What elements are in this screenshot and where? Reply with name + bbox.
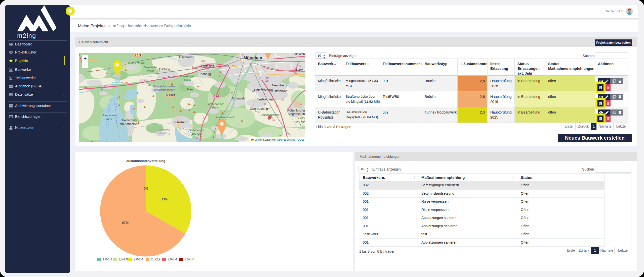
svg-text:94: 94 bbox=[264, 103, 266, 105]
svg-text:Landkreis: Landkreis bbox=[158, 128, 170, 131]
svg-text:2: 2 bbox=[220, 78, 222, 81]
svg-text:B 471: B 471 bbox=[135, 53, 141, 56]
svg-text:38: 38 bbox=[227, 65, 229, 67]
svg-text:Wald: Wald bbox=[147, 69, 154, 72]
svg-text:Ottobrunn: Ottobrunn bbox=[273, 89, 288, 93]
svg-text:Isarlandschaft: Isarlandschaft bbox=[216, 116, 234, 119]
svg-text:2: 2 bbox=[249, 63, 251, 65]
svg-text:Sonderflughafen: Sonderflughafen bbox=[153, 85, 175, 88]
svg-text:Planegg: Planegg bbox=[200, 72, 211, 76]
svg-text:A 95: A 95 bbox=[214, 95, 219, 98]
svg-text:37: 37 bbox=[219, 66, 222, 68]
svg-text:Feldkirche: Feldkirche bbox=[293, 53, 305, 56]
svg-text:See Ost: See Ost bbox=[191, 132, 202, 135]
svg-text:Park: Park bbox=[212, 106, 218, 109]
svg-text:Siegertsbrunn: Siegertsbrunn bbox=[288, 112, 305, 116]
svg-text:Höhenkirchen-: Höhenkirchen- bbox=[287, 109, 305, 112]
svg-text:Höfol: Höfol bbox=[298, 117, 305, 120]
svg-text:Starnberger: Starnberger bbox=[189, 129, 205, 132]
svg-text:6: 6 bbox=[243, 53, 244, 53]
svg-text:91: 91 bbox=[262, 66, 265, 68]
svg-text:Starnberg: Starnberg bbox=[158, 132, 171, 135]
svg-text:3: 3 bbox=[219, 71, 221, 73]
svg-text:Herrsching: Herrsching bbox=[122, 119, 137, 122]
svg-text:Oberhaching: Oberhaching bbox=[250, 107, 268, 110]
svg-text:Germering: Germering bbox=[179, 55, 194, 59]
svg-text:Kreuzlinger: Kreuzlinger bbox=[180, 75, 194, 78]
svg-text:Fo: Fo bbox=[300, 124, 303, 127]
svg-text:Obere Amper: Obere Amper bbox=[128, 61, 146, 64]
svg-text:95: 95 bbox=[268, 107, 271, 110]
svg-text:Deisenhofener: Deisenhofener bbox=[261, 113, 280, 116]
svg-text:38: 38 bbox=[231, 64, 234, 67]
svg-text:32: 32 bbox=[163, 77, 165, 79]
svg-text:Haar: Haar bbox=[296, 68, 303, 72]
svg-text:96: 96 bbox=[279, 134, 282, 137]
svg-text:31: 31 bbox=[144, 79, 146, 82]
svg-text:✈: ✈ bbox=[163, 80, 166, 84]
svg-text:92b: 92b bbox=[265, 77, 269, 79]
svg-text:Unterhaching: Unterhaching bbox=[254, 88, 273, 92]
svg-text:Gräfelfing: Gräfelfing bbox=[201, 64, 214, 68]
svg-text:28: 28 bbox=[84, 86, 87, 88]
svg-text:Forst: Forst bbox=[184, 78, 191, 81]
svg-text:6: 6 bbox=[258, 111, 259, 113]
svg-text:37: 37 bbox=[223, 65, 226, 68]
svg-text:Starnberg: Starnberg bbox=[174, 121, 187, 124]
svg-text:3: 3 bbox=[218, 75, 220, 77]
svg-text:35: 35 bbox=[190, 68, 193, 71]
svg-text:92a: 92a bbox=[262, 70, 265, 73]
svg-text:3: 3 bbox=[264, 93, 265, 95]
svg-text:Leaflet | Daten von OpenStreet: Leaflet | Daten von OpenStreetMap - ODbL bbox=[255, 138, 304, 141]
svg-text:30: 30 bbox=[120, 81, 123, 84]
svg-text:34: 34 bbox=[192, 66, 194, 68]
svg-text:Ammersee-: Ammersee- bbox=[102, 114, 117, 117]
svg-text:und Höhe: und Höhe bbox=[295, 120, 305, 123]
svg-text:München: München bbox=[244, 56, 262, 60]
svg-text:am Ammersee: am Ammersee bbox=[119, 122, 139, 126]
svg-text:33: 33 bbox=[168, 76, 170, 78]
svg-text:Neubiberg: Neubiberg bbox=[272, 84, 287, 87]
svg-text:Gilching: Gilching bbox=[159, 68, 170, 71]
svg-text:4: 4 bbox=[203, 117, 204, 119]
svg-text:Gau: Gau bbox=[187, 88, 193, 91]
svg-text:36a: 36a bbox=[201, 60, 205, 62]
svg-text:Forstenrieder: Forstenrieder bbox=[207, 102, 224, 105]
svg-text:St 2069: St 2069 bbox=[166, 94, 175, 96]
svg-text:Forst: Forst bbox=[267, 117, 273, 120]
svg-text:33: 33 bbox=[172, 76, 175, 78]
svg-text:Oberpfaffenhofen: Oberpfaffenhofen bbox=[153, 88, 175, 91]
svg-text:Taufkirchen: Taufkirchen bbox=[257, 98, 273, 101]
svg-text:29: 29 bbox=[104, 85, 107, 87]
svg-text:19: 19 bbox=[299, 65, 301, 68]
svg-text:21: 21 bbox=[276, 104, 279, 107]
svg-text:West: West bbox=[106, 118, 112, 121]
svg-text:1: 1 bbox=[202, 114, 203, 117]
svg-text:Bernrieder: Bernrieder bbox=[144, 66, 157, 69]
svg-text:20: 20 bbox=[281, 98, 284, 101]
svg-text:92b: 92b bbox=[265, 80, 268, 82]
svg-text:Grünwald: Grünwald bbox=[232, 97, 246, 100]
